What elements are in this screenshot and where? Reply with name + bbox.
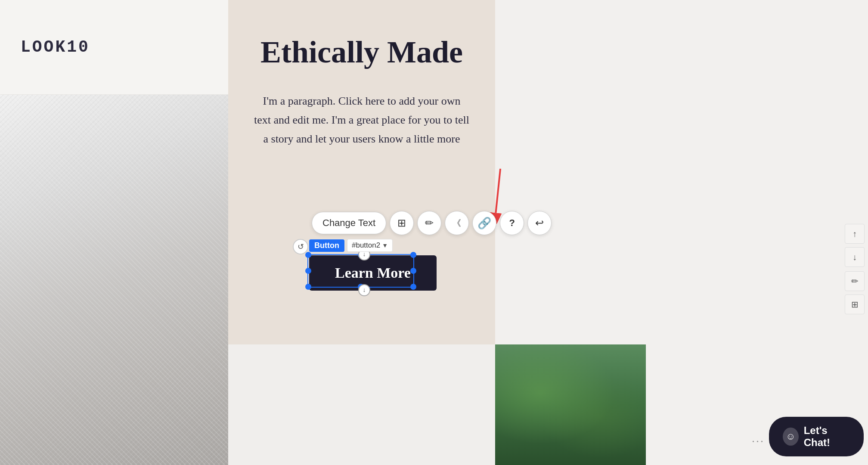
selected-button-wrapper: Learn More: [309, 255, 437, 291]
layout-toolbar-button[interactable]: ⊞: [390, 211, 414, 235]
main-heading: Ethically Made: [260, 34, 463, 70]
header: LOOK10: [0, 0, 228, 95]
button-tooltip: Button #button2 ▼: [309, 239, 393, 252]
fabric-image-panel: [0, 95, 228, 465]
change-text-button[interactable]: Change Text: [312, 212, 386, 234]
undo-icon: ↩: [535, 217, 544, 229]
element-toolbar: Change Text ⊞ ✏ 《 🔗 ? ↩: [312, 211, 552, 235]
code-icon: 《: [453, 217, 461, 229]
svg-line-1: [478, 169, 518, 213]
scroll-up-button[interactable]: ↑: [845, 224, 865, 244]
rotate-handle[interactable]: ↺: [293, 239, 308, 254]
anchor-bottom-button[interactable]: ↓: [358, 284, 370, 296]
scroll-arrows-panel: ↑ ↓: [845, 224, 865, 267]
nature-image: [495, 344, 646, 465]
pen-toolbar-button[interactable]: ✏: [417, 211, 441, 235]
link-icon: 🔗: [477, 217, 491, 230]
down-arrow-icon: ↓: [852, 252, 857, 262]
pen-icon: ✏: [425, 217, 434, 229]
button-tag-label: Button: [309, 239, 344, 252]
dropdown-arrow-icon[interactable]: ▼: [382, 242, 388, 249]
undo-toolbar-button[interactable]: ↩: [527, 211, 552, 235]
anchor-up-icon: ↓: [363, 251, 366, 258]
link-toolbar-button[interactable]: 🔗: [472, 211, 496, 235]
right-grid-button[interactable]: ⊞: [845, 294, 865, 314]
logo: LOOK10: [21, 38, 90, 56]
anchor-down-icon: ↓: [363, 287, 366, 294]
up-arrow-icon: ↑: [852, 229, 857, 239]
learn-more-button[interactable]: Learn More: [309, 255, 437, 291]
code-toolbar-button[interactable]: 《: [445, 211, 469, 235]
chat-label: Let's Chat!: [804, 425, 850, 449]
fabric-texture: [0, 95, 228, 465]
help-toolbar-button[interactable]: ?: [500, 211, 524, 235]
right-grid-icon: ⊞: [851, 299, 859, 310]
help-icon: ?: [509, 217, 515, 229]
paragraph-text[interactable]: I'm a paragraph. Click here to add your …: [254, 92, 469, 149]
nature-texture: [495, 344, 646, 465]
chat-button[interactable]: ☺ Let's Chat!: [769, 417, 864, 456]
three-dots-menu[interactable]: ···: [752, 435, 765, 449]
button-id-label: #button2 ▼: [347, 239, 393, 252]
right-pencil-button[interactable]: ✏: [845, 271, 865, 291]
right-pencil-icon: ✏: [851, 276, 859, 286]
scroll-down-button[interactable]: ↓: [845, 247, 865, 267]
chat-icon: ☺: [783, 428, 799, 446]
layout-icon: ⊞: [397, 217, 406, 229]
right-edit-panel: ✏ ⊞: [845, 271, 865, 314]
